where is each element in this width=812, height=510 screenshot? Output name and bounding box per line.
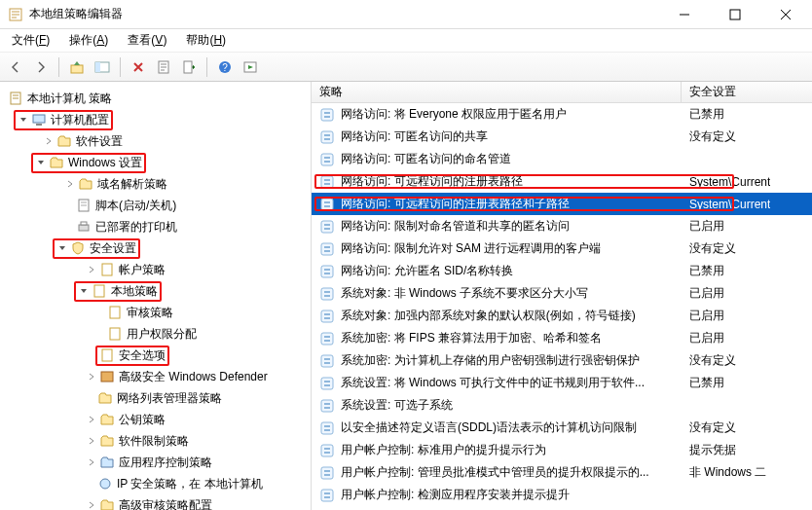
tree-label: 安全选项 [119,347,166,364]
tree-computer-config[interactable]: 计算机配置 [0,109,311,130]
menu-action[interactable]: 操作(A) [63,30,114,51]
list-row[interactable]: 网络访问: 将 Everyone 权限应用于匿名用户已禁用 [312,103,812,126]
delete-button[interactable] [127,55,150,79]
svg-rect-59 [321,378,333,389]
policy-value: 没有定义 [689,240,736,257]
policy-item-icon [319,331,335,346]
menu-help[interactable]: 帮助(H) [180,30,232,51]
svg-rect-31 [324,161,330,163]
chevron-right-icon[interactable] [86,264,97,275]
chevron-down-icon[interactable] [78,285,90,297]
menu-view[interactable]: 查看(V) [122,30,172,51]
tree-security-options[interactable]: 安全选项 [0,345,311,366]
list-row[interactable]: 网络访问: 可远程访问的注册表路径System\Current [312,170,812,193]
tree-network-list[interactable]: 网络列表管理器策略 [0,387,311,409]
policy-value: System\Current [689,175,770,189]
tree-label: 网络列表管理器策略 [117,390,222,407]
list-row[interactable]: 以安全描述符定义语言(SDDL)语法表示的计算机访问限制没有定义 [312,417,812,439]
tree-app-control[interactable]: 应用程序控制策略 [0,452,311,473]
policy-value: 已启用 [689,330,724,346]
column-setting[interactable]: 安全设置 [682,82,812,102]
tree-label: 高级安全 Windows Defender [119,369,268,385]
list-row[interactable]: 用户帐户控制: 标准用户的提升提示行为提示凭据 [312,439,812,461]
properties-button[interactable] [152,55,175,79]
tree-pane[interactable]: 本地计算机 策略 计算机配置 软件设置 Windows 设置 域名解析策 [0,82,312,510]
list-row[interactable]: 网络访问: 限制允许对 SAM 进行远程调用的客户端没有定义 [312,237,812,260]
chevron-right-icon[interactable] [86,456,97,468]
tree-software-restriction[interactable]: 软件限制策略 [0,430,311,452]
policy-name: 以安全描述符定义语言(SDDL)语法表示的计算机访问限制 [341,419,637,436]
help-button[interactable]: ? [213,55,237,79]
list-row[interactable]: 系统加密: 为计算机上存储的用户密钥强制进行强密钥保护没有定义 [312,349,812,372]
tree-local-policies[interactable]: 本地策略 [0,280,311,302]
chevron-down-icon[interactable] [35,157,47,168]
chevron-down-icon[interactable] [18,114,29,126]
list-row[interactable]: 网络访问: 可匿名访问的共享没有定义 [312,126,812,148]
chevron-right-icon[interactable] [64,178,76,190]
folder-icon [99,433,115,449]
list-row[interactable]: 网络访问: 允许匿名 SID/名称转换已禁用 [312,260,812,282]
tree-user-rights[interactable]: 用户权限分配 [0,323,311,345]
chevron-right-icon[interactable] [43,135,55,147]
policy-value: 非 Windows 二 [689,464,766,481]
tree-advanced-audit[interactable]: 高级审核策略配置 [0,494,311,510]
chevron-down-icon[interactable] [56,242,68,254]
list-row[interactable]: 系统对象: 非 Windows 子系统不要求区分大小写已启用 [312,282,812,305]
close-button[interactable] [767,3,804,26]
svg-rect-14 [79,225,89,231]
policy-icon [107,326,123,342]
menu-file[interactable]: 文件(F) [6,30,55,51]
policy-value: 已启用 [689,218,724,235]
tree-public-key[interactable]: 公钥策略 [0,409,311,430]
list-row[interactable]: 系统加密: 将 FIPS 兼容算法用于加密、哈希和签名已启用 [312,327,812,349]
list-row[interactable]: 网络访问: 可远程访问的注册表路径和子路径System\Current [312,193,812,215]
svg-rect-2 [71,65,83,73]
tree-defender[interactable]: 高级安全 Windows Defender [0,366,311,387]
policy-name: 系统对象: 加强内部系统对象的默认权限(例如，符号链接) [341,308,636,324]
tree-deployed-printers[interactable]: 已部署的打印机 [0,216,311,237]
tree-label: 已部署的打印机 [95,219,177,236]
tree-root[interactable]: 本地计算机 策略 [0,88,311,109]
list-row[interactable]: 系统设置: 可选子系统 [312,394,812,417]
export-button[interactable] [177,55,201,79]
svg-rect-66 [324,425,330,427]
policy-value: 已启用 [689,308,724,324]
tree-label: 安全设置 [90,240,136,257]
tree-security-settings[interactable]: 安全设置 [0,237,311,259]
svg-rect-50 [321,310,333,322]
tree-software-settings[interactable]: 软件设置 [0,130,311,152]
svg-rect-69 [324,448,330,450]
tree-ipsec[interactable]: IP 安全策略，在 本地计算机 [0,473,311,494]
run-button[interactable] [239,55,262,79]
list-row[interactable]: 系统对象: 加强内部系统对象的默认权限(例如，符号链接)已启用 [312,305,812,327]
list-row[interactable]: 用户帐户控制: 检测应用程序安装并提示提升 [312,484,812,506]
list-row[interactable]: 用户帐户控制: 管理员批准模式中管理员的提升权限提示的...非 Windows … [312,461,812,484]
minimize-button[interactable] [666,3,703,26]
tree-audit-policy[interactable]: 审核策略 [0,302,311,323]
policy-value: 提示凭据 [689,442,736,458]
svg-rect-74 [321,490,333,501]
show-hide-tree-button[interactable] [91,55,114,79]
tree-windows-settings[interactable]: Windows 设置 [0,152,311,173]
svg-rect-23 [321,109,333,121]
list-row[interactable]: 系统设置: 将 Windows 可执行文件中的证书规则用于软件...已禁用 [312,372,812,394]
chevron-right-icon[interactable] [86,499,97,510]
chevron-right-icon[interactable] [86,435,97,447]
maximize-button[interactable] [717,3,754,26]
policy-item-icon [319,376,335,391]
list-row[interactable]: 网络访问: 可匿名访问的命名管道 [312,148,812,170]
forward-button[interactable] [29,55,53,79]
list-body: 网络访问: 将 Everyone 权限应用于匿名用户已禁用网络访问: 可匿名访问… [312,103,812,506]
tree-scripts[interactable]: 脚本(启动/关机) [0,195,311,216]
tree-label: 审核策略 [127,305,173,321]
tree-account-policies[interactable]: 帐户策略 [0,259,311,280]
svg-rect-43 [324,250,330,252]
chevron-right-icon[interactable] [86,414,97,425]
column-policy[interactable]: 策略 [312,82,682,102]
list-row[interactable]: 网络访问: 限制对命名管道和共享的匿名访问已启用 [312,215,812,237]
tree-name-resolution[interactable]: 域名解析策略 [0,173,311,195]
chevron-right-icon[interactable] [86,371,97,382]
back-button[interactable] [4,55,27,79]
tree-label: 本地计算机 策略 [27,91,112,107]
up-button[interactable] [65,55,89,79]
